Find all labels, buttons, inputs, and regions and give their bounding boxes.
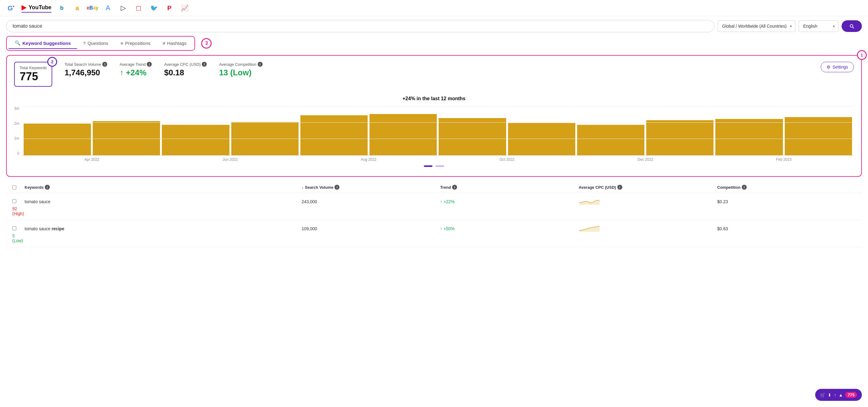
bar-sep2022 xyxy=(370,114,437,155)
total-search-volume-info-icon[interactable]: i xyxy=(102,62,107,67)
appstore-icon[interactable]: A xyxy=(103,3,113,13)
average-trend-info-icon[interactable]: i xyxy=(147,62,152,67)
chart-dot-inactive[interactable] xyxy=(436,165,444,167)
tab-questions[interactable]: ? Questions xyxy=(77,38,115,49)
instagram-icon[interactable]: ◻ xyxy=(134,3,144,13)
language-select-wrap: English xyxy=(799,20,838,32)
total-search-volume-block: Total Search Volume i 1,746,950 xyxy=(64,62,107,78)
total-keywords-label: Total Keywords xyxy=(20,65,47,70)
x-label-jun2022: Jun 2022 xyxy=(162,157,299,162)
tab-hashtags-icon: # xyxy=(163,40,165,46)
y-label-2m: 2m xyxy=(14,121,19,126)
search-input[interactable] xyxy=(12,23,708,29)
bar-group-5 xyxy=(300,106,368,155)
bar-aug2022 xyxy=(300,115,368,155)
th-search-volume: ↓ Search Volume i xyxy=(302,185,440,190)
search-input-wrap[interactable] xyxy=(6,20,714,32)
th-trend: Trend i xyxy=(440,185,579,190)
bar-group-6 xyxy=(370,106,437,155)
average-competition-block: Average Competition i 13 (Low) xyxy=(219,62,262,78)
row2-trend: ↑ +50% xyxy=(440,226,579,231)
tab-prepositions[interactable]: ≡ Prepositions xyxy=(114,38,156,49)
bar-nov2022 xyxy=(508,123,575,155)
table-section: Keywords i ↓ Search Volume i Trend i Ave… xyxy=(6,182,862,247)
search-volume-info-icon[interactable]: i xyxy=(335,185,339,190)
row2-cpc: $0.83 xyxy=(717,226,856,231)
average-competition-info-icon[interactable]: i xyxy=(258,62,262,67)
tab-prepositions-label: Prepositions xyxy=(125,40,151,46)
pinterest-icon[interactable]: P xyxy=(164,3,174,13)
bar-oct2022 xyxy=(439,118,506,155)
ebay-icon[interactable]: eBay xyxy=(88,3,97,13)
keywords-info-icon[interactable]: i xyxy=(45,185,50,190)
chart-title: +24% in the last 12 months xyxy=(14,96,854,101)
row2-checkbox-wrap xyxy=(12,226,25,231)
bar-group-4 xyxy=(231,106,299,155)
amazon-icon[interactable]: a xyxy=(72,3,82,13)
x-label-feb2023: Feb 2023 xyxy=(715,157,852,162)
th-cpc: Average CPC (USD) i xyxy=(579,185,717,190)
select-all-checkbox[interactable] xyxy=(12,185,16,190)
trend-icon[interactable]: 📈 xyxy=(180,3,189,13)
x-label-apr2022: Apr 2022 xyxy=(24,157,160,162)
bar-group-8 xyxy=(508,106,575,155)
average-competition-label: Average Competition i xyxy=(219,62,262,67)
bar-group-9 xyxy=(577,106,644,155)
grid-line-1m xyxy=(22,139,854,139)
search-icon xyxy=(849,23,855,29)
average-cpc-block: Average CPC (USD) i $0.18 xyxy=(164,62,207,78)
total-search-volume-label: Total Search Volume i xyxy=(64,62,107,67)
tab-keyword-suggestions[interactable]: 🔍 Keyword Suggestions xyxy=(9,38,77,49)
x-label-oct2022: Oct 2022 xyxy=(439,157,575,162)
y-label-0: 0 xyxy=(17,151,19,155)
average-trend-value: ↑ +24% xyxy=(120,68,152,78)
average-trend-block: Average Trend i ↑ +24% xyxy=(120,62,152,78)
youtube-icon: ▶ xyxy=(22,3,27,11)
chart-pagination-dots xyxy=(14,165,854,167)
youtube-nav-item[interactable]: ▶ YouTube xyxy=(22,3,51,12)
twitter-icon[interactable]: 🐦 xyxy=(149,3,159,13)
table-header: Keywords i ↓ Search Volume i Trend i Ave… xyxy=(6,182,862,193)
country-select[interactable]: Global / Worldwide (All Countries) xyxy=(717,20,796,32)
grid-line-top xyxy=(22,106,854,107)
tab-hashtags[interactable]: # Hashtags xyxy=(157,38,193,49)
bar-group-10 xyxy=(646,106,713,155)
bar-group-7 xyxy=(439,106,506,155)
average-competition-value: 13 (Low) xyxy=(219,68,262,78)
country-select-wrap: Global / Worldwide (All Countries) xyxy=(717,20,796,32)
google-icon[interactable]: G• xyxy=(6,3,16,13)
row2-competition: 5 (Low) xyxy=(12,233,25,243)
tab-keyword-suggestions-label: Keyword Suggestions xyxy=(23,40,71,46)
row2-trend-chart xyxy=(579,224,717,233)
chart-area: +24% in the last 12 months 3m 2m 1m 0 xyxy=(14,93,854,170)
tabs-row-outer: 🔍 Keyword Suggestions ? Questions ≡ Prep… xyxy=(6,36,862,51)
table-row: tomato sauce 243,000 ↑ +22% $0.23 92 (Hi… xyxy=(6,193,862,220)
header-checkbox-wrap xyxy=(12,185,25,190)
stats-card: 1 2 Total Keywords 775 Total Search Volu… xyxy=(6,55,862,177)
cpc-info-icon[interactable]: i xyxy=(617,185,622,190)
row1-competition: 92 (High) xyxy=(12,206,25,216)
row1-trend-chart xyxy=(579,197,717,206)
tab-questions-label: Questions xyxy=(88,40,108,46)
grid-line-2m xyxy=(22,122,854,123)
chart-dot-active[interactable] xyxy=(424,165,432,167)
language-select[interactable]: English xyxy=(799,20,838,32)
playstore-icon[interactable]: ▷ xyxy=(118,3,128,13)
tab-search-icon: 🔍 xyxy=(15,40,21,46)
youtube-label: YouTube xyxy=(29,4,51,11)
search-button[interactable] xyxy=(842,20,862,32)
tab-prepositions-icon: ≡ xyxy=(120,40,123,46)
th-competition: Competition i xyxy=(717,185,856,190)
bar-apr2022 xyxy=(24,123,91,155)
row1-checkbox[interactable] xyxy=(12,199,16,203)
settings-button[interactable]: ⚙ Settings xyxy=(821,62,854,72)
row1-trend: ↑ +22% xyxy=(440,199,579,204)
bar-group-3 xyxy=(162,106,229,155)
bing-icon[interactable]: b xyxy=(57,3,67,13)
average-cpc-value: $0.18 xyxy=(164,68,207,78)
average-cpc-info-icon[interactable]: i xyxy=(202,62,207,67)
row2-checkbox[interactable] xyxy=(12,226,16,230)
competition-info-icon[interactable]: i xyxy=(742,185,747,190)
trend-info-icon[interactable]: i xyxy=(452,185,457,190)
y-label-1m: 1m xyxy=(14,136,19,141)
